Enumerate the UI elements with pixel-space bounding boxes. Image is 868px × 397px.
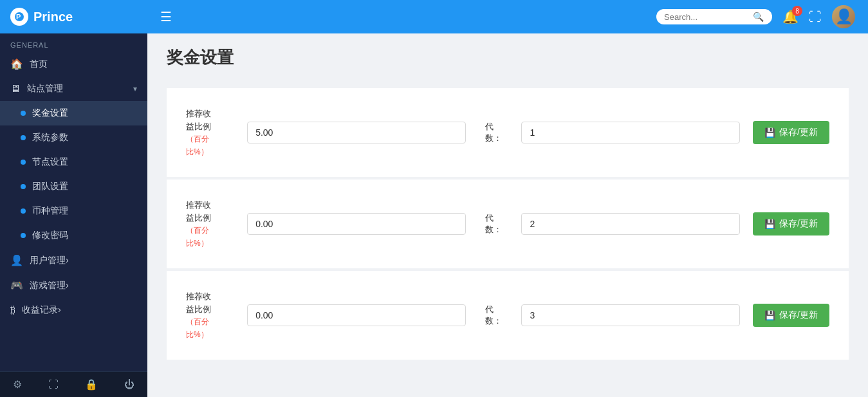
save-button-3[interactable]: 💾 保存/更新 — [753, 304, 829, 327]
search-box[interactable]: 🔍 — [656, 9, 772, 24]
sidebar-item-user-management-label: 用户管理› — [30, 255, 69, 266]
dai-shu-label-2: 代数： — [485, 212, 509, 235]
sidebar-footer: ⚙ ⛶ 🔒 ⏻ — [0, 371, 147, 397]
ratio-input-3[interactable] — [247, 304, 466, 326]
dai-shu-input-1[interactable] — [521, 122, 740, 143]
notification-badge: 8 — [792, 6, 802, 16]
dot-icon — [21, 160, 26, 165]
search-input[interactable] — [664, 12, 748, 22]
app-logo: P Prince — [0, 0, 147, 33]
sidebar-item-team-settings[interactable]: 团队设置 — [0, 174, 147, 199]
topbar: ☰ 🔍 🔔 8 ⛶ 👤 — [147, 0, 868, 33]
form-row-1: 推荐收益比例 （百分比%） 代数： 💾 保存/更新 — [167, 88, 849, 177]
ratio-input-1[interactable] — [247, 122, 466, 143]
dot-icon — [21, 111, 26, 116]
save-icon-2: 💾 — [764, 219, 775, 229]
main-area: ☰ 🔍 🔔 8 ⛶ 👤 奖金设置 推荐收益比例 （百分比%） — [147, 0, 868, 397]
expand-icon[interactable]: ⛶ — [48, 379, 59, 391]
settings-icon[interactable]: ⚙ — [13, 378, 22, 391]
dai-shu-label-3: 代数： — [485, 304, 509, 327]
save-label-3: 保存/更新 — [779, 309, 818, 321]
sidebar-item-team-settings-label: 团队设置 — [32, 181, 68, 192]
dai-shu-input-2[interactable] — [521, 213, 740, 235]
sidebar-item-bonus-settings[interactable]: 奖金设置 — [0, 101, 147, 125]
sidebar-item-node-settings-label: 节点设置 — [32, 156, 68, 168]
sidebar-item-home-label: 首页 — [30, 59, 48, 70]
sidebar-item-bonus-settings-label: 奖金设置 — [32, 107, 68, 119]
chevron-down-icon: ▾ — [133, 84, 137, 93]
dot-icon — [21, 135, 26, 140]
sidebar-item-income-records-label: 收益记录› — [22, 304, 61, 316]
sidebar-item-site-management[interactable]: 🖥 站点管理 ▾ — [0, 77, 147, 101]
monitor-icon: 🖥 — [10, 83, 21, 95]
sidebar: P Prince GENERAL 🏠 首页 🖥 站点管理 ▾ 奖金设置 系统参数… — [0, 0, 147, 397]
user-icon: 👤 — [10, 254, 23, 266]
lock-icon[interactable]: 🔒 — [85, 378, 98, 391]
sidebar-item-user-management[interactable]: 👤 用户管理› — [0, 248, 147, 273]
page-title-bar: 奖金设置 — [147, 33, 868, 75]
expand-screen-icon[interactable]: ⛶ — [809, 10, 822, 24]
bitcoin-icon: ₿ — [10, 304, 15, 316]
save-icon-1: 💾 — [764, 127, 775, 138]
sidebar-item-node-settings[interactable]: 节点设置 — [0, 150, 147, 174]
hamburger-icon[interactable]: ☰ — [160, 9, 172, 24]
form-area: 推荐收益比例 （百分比%） 代数： 💾 保存/更新 推荐收益比例 （百分比%） — [147, 75, 868, 375]
svg-text:P: P — [16, 13, 21, 21]
sidebar-item-income-records[interactable]: ₿ 收益记录› — [0, 298, 147, 322]
save-label-1: 保存/更新 — [779, 127, 818, 138]
page-title: 奖金设置 — [167, 46, 849, 69]
app-name: Prince — [33, 10, 73, 24]
sidebar-item-change-password[interactable]: 修改密码 — [0, 223, 147, 248]
save-icon-3: 💾 — [764, 310, 775, 320]
sidebar-item-change-password-label: 修改密码 — [32, 230, 68, 241]
form-row-2: 推荐收益比例 （百分比%） 代数： 💾 保存/更新 — [167, 180, 849, 268]
save-button-2[interactable]: 💾 保存/更新 — [753, 212, 829, 235]
content-area: 奖金设置 推荐收益比例 （百分比%） 代数： 💾 保存/更新 — [147, 33, 868, 397]
field-label-2: 推荐收益比例 （百分比%） — [186, 199, 234, 249]
field-label-1: 推荐收益比例 （百分比%） — [186, 107, 234, 158]
sidebar-item-home[interactable]: 🏠 首页 — [0, 51, 147, 77]
sidebar-item-system-params[interactable]: 系统参数 — [0, 125, 147, 150]
dot-icon — [21, 184, 26, 189]
sidebar-item-site-management-label: 站点管理 — [27, 83, 63, 95]
notification-bell[interactable]: 🔔 8 — [782, 9, 799, 24]
search-icon: 🔍 — [753, 12, 764, 22]
save-button-1[interactable]: 💾 保存/更新 — [753, 121, 829, 144]
avatar-image: 👤 — [835, 8, 853, 25]
sidebar-item-coin-management-label: 币种管理 — [32, 205, 68, 217]
sidebar-section-general: GENERAL — [0, 33, 147, 51]
logo-icon: P — [10, 8, 28, 26]
power-icon[interactable]: ⏻ — [124, 379, 134, 391]
home-icon: 🏠 — [10, 58, 23, 70]
sidebar-item-game-management[interactable]: 🎮 游戏管理› — [0, 273, 147, 298]
field-label-3: 推荐收益比例 （百分比%） — [186, 290, 234, 340]
dot-icon — [21, 208, 26, 214]
dai-shu-label-1: 代数： — [485, 121, 509, 144]
avatar[interactable]: 👤 — [832, 5, 855, 28]
game-icon: 🎮 — [10, 279, 23, 291]
save-label-2: 保存/更新 — [779, 218, 818, 230]
sidebar-item-system-params-label: 系统参数 — [32, 132, 68, 143]
sidebar-item-coin-management[interactable]: 币种管理 — [0, 199, 147, 223]
form-row-3: 推荐收益比例 （百分比%） 代数： 💾 保存/更新 — [167, 271, 849, 360]
dot-icon — [21, 233, 26, 238]
dai-shu-input-3[interactable] — [521, 304, 740, 326]
sidebar-item-game-management-label: 游戏管理› — [30, 280, 69, 291]
ratio-input-2[interactable] — [247, 213, 466, 235]
